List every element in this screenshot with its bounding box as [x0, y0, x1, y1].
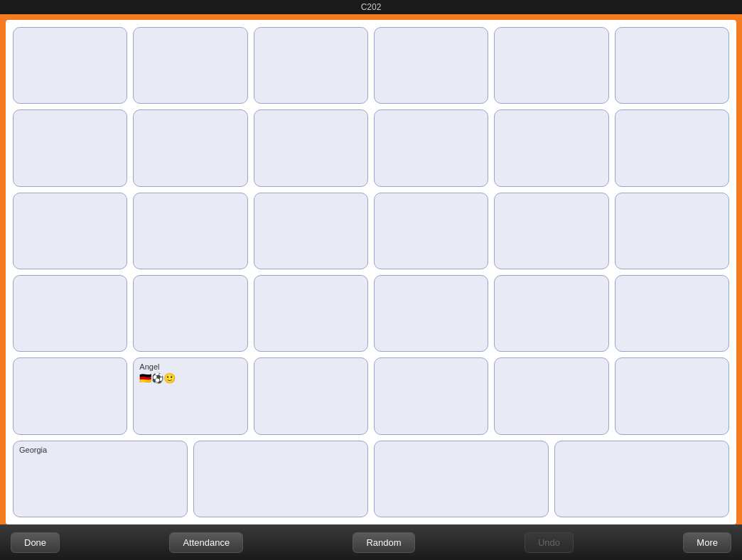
undo-button: Undo: [525, 532, 574, 553]
seat-r3c2[interactable]: [133, 193, 247, 269]
window-title: C202: [361, 2, 382, 12]
seat-r1c2[interactable]: [133, 27, 247, 104]
seat-r4c3[interactable]: [254, 275, 368, 352]
seat-r5c3[interactable]: [254, 357, 368, 434]
seat-r2c5[interactable]: [494, 109, 608, 186]
seat-r4c4[interactable]: [374, 275, 488, 352]
seat-r6c4[interactable]: [554, 441, 729, 517]
seat-r3c5[interactable]: [494, 193, 608, 269]
seat-r5c5[interactable]: [494, 357, 608, 434]
seat-r1c1[interactable]: [13, 27, 127, 104]
seat-r6c3[interactable]: [374, 441, 549, 517]
attendance-button[interactable]: Attendance: [169, 532, 243, 553]
seat-r2c2[interactable]: [133, 109, 247, 186]
seat-r1c3[interactable]: [254, 27, 368, 104]
toolbar: Done Attendance Random Undo More: [0, 524, 742, 560]
seating-grid: Angel🇩🇪⚽🙂Georgia: [13, 27, 729, 517]
grid-row-5: Angel🇩🇪⚽🙂: [13, 357, 729, 434]
grid-row-3: [13, 193, 729, 269]
random-button[interactable]: Random: [353, 532, 414, 553]
grid-row-1: [13, 27, 729, 104]
title-bar: C202: [0, 0, 742, 14]
seat-r2c1[interactable]: [13, 109, 127, 186]
seat-r5c2[interactable]: Angel🇩🇪⚽🙂: [133, 357, 247, 434]
seat-r2c4[interactable]: [374, 109, 488, 186]
seat-r3c1[interactable]: [13, 193, 127, 269]
done-button[interactable]: Done: [11, 532, 60, 553]
seat-r4c6[interactable]: [615, 275, 729, 352]
student-name-r6c1: Georgia: [19, 446, 47, 454]
main-area: Angel🇩🇪⚽🙂Georgia: [6, 20, 736, 524]
seat-r6c1[interactable]: Georgia: [13, 441, 188, 517]
seat-r2c6[interactable]: [615, 109, 729, 186]
seat-r2c3[interactable]: [254, 109, 368, 186]
seat-r1c5[interactable]: [494, 27, 608, 104]
seat-r5c1[interactable]: [13, 357, 127, 434]
seat-r1c6[interactable]: [615, 27, 729, 104]
grid-row-6: Georgia: [13, 441, 729, 517]
seat-r4c5[interactable]: [494, 275, 608, 352]
seat-r5c4[interactable]: [374, 357, 488, 434]
seat-r3c4[interactable]: [374, 193, 488, 269]
grid-row-2: [13, 109, 729, 186]
student-name-r5c2: Angel: [139, 362, 159, 371]
seat-r3c6[interactable]: [615, 193, 729, 269]
seat-r1c4[interactable]: [374, 27, 488, 104]
student-icons-r5c2: 🇩🇪⚽🙂: [139, 372, 176, 384]
grid-row-4: [13, 275, 729, 352]
seat-r3c3[interactable]: [254, 193, 368, 269]
seat-r5c6[interactable]: [615, 357, 729, 434]
seat-r4c1[interactable]: [13, 275, 127, 352]
more-button[interactable]: More: [683, 532, 731, 553]
seat-r4c2[interactable]: [133, 275, 247, 352]
app-wrapper: C202 Angel🇩🇪⚽🙂Georgia Done Attendance Ra…: [0, 0, 742, 560]
seat-r6c2[interactable]: [193, 441, 368, 517]
